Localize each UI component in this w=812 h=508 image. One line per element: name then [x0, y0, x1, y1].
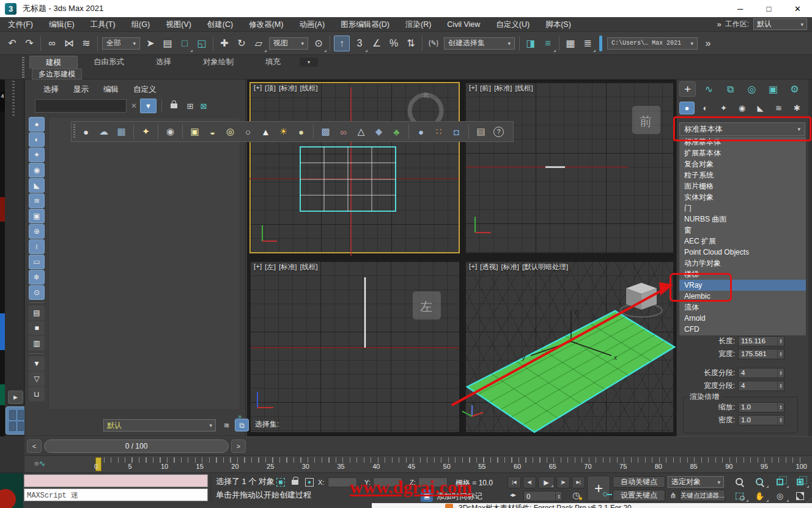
align-icon[interactable]: ≡ ▾ [539, 34, 556, 53]
open-mini-curve-editor-icon[interactable]: ≡∿ [34, 459, 46, 468]
explorer-expand-button[interactable]: ▶ [8, 390, 23, 404]
divider[interactable] [29, 353, 44, 354]
dd-point-cloud-objects[interactable]: Point Cloud Objects [679, 247, 806, 258]
viewport-label-part[interactable]: [线框] [300, 84, 317, 93]
angle-snap-icon[interactable]: ∠ ▾ [368, 34, 385, 53]
spinner-icon[interactable]: ▴▾ [777, 403, 784, 412]
select-object-icon[interactable]: ➤ ▾ [142, 34, 159, 53]
ribbon-menu-icon[interactable]: ▾ [300, 58, 318, 67]
spinner-icon[interactable]: ▴▾ [777, 337, 784, 346]
auto-key-button[interactable]: 自动关键点 [613, 476, 665, 488]
select-and-rotate-icon[interactable]: ↻ ▾ [233, 34, 250, 53]
next-frame-button[interactable]: |▶ [556, 476, 570, 488]
menu-item[interactable]: 自定义(U) [488, 17, 537, 32]
frozen-objects-icon[interactable]: ■ [29, 321, 45, 335]
resize-grip[interactable]: ⋰ [806, 498, 811, 503]
use-pivot-center-icon[interactable]: ⊙ ▾ [310, 34, 327, 53]
dd-stairs[interactable]: 楼梯 [679, 269, 806, 280]
display-bones-icon[interactable]: ≀ [29, 239, 45, 254]
close-button[interactable]: ✕ [783, 0, 812, 17]
spinner-icon[interactable]: ▴▾ [777, 416, 784, 425]
menu-overflow-icon[interactable]: » [717, 20, 720, 29]
display-visibility-icon[interactable]: ⊙ [29, 285, 45, 300]
spinner-icon[interactable]: ▴▾ [555, 491, 562, 501]
snap-toggle-3d-icon[interactable]: 3 ▾ [351, 34, 368, 53]
dock-handle[interactable] [12, 81, 15, 118]
layers-icon[interactable]: ≋ [220, 419, 234, 431]
grass-icon[interactable]: ♣ [388, 123, 405, 140]
filter-icon[interactable]: ▼ [140, 99, 157, 113]
viewport-front[interactable] [465, 82, 674, 253]
zoom-extents-all-icon[interactable] [791, 476, 810, 488]
clear-search-icon[interactable]: ✕ [131, 102, 137, 110]
dd-standard-primitives[interactable]: 标准基本体 [679, 136, 806, 148]
mirror-icon[interactable]: ◨ ▾ [522, 34, 539, 53]
sun-icon[interactable]: ☀ [275, 123, 292, 140]
explorer-preset-select[interactable]: 默认 ▾ [103, 419, 216, 431]
teapot-icon[interactable]: ● [78, 123, 94, 140]
explorer-overflow-icon[interactable]: » [238, 413, 242, 420]
select-by-name-icon[interactable]: ▤ ▾ [159, 34, 176, 53]
menu-item[interactable]: 组(G) [124, 17, 158, 32]
numeric-field[interactable]: 4 ▴▾ [738, 368, 784, 378]
explorer-menu-edit[interactable]: 编辑 [96, 83, 126, 96]
curve-editor-icon[interactable]: ▦ ▾ [562, 34, 579, 53]
sync-selection-icon[interactable]: ⊠ [197, 99, 210, 113]
dd-aec-extended[interactable]: AEC 扩展 [679, 236, 806, 247]
time-slider[interactable]: 0 / 100 [44, 439, 229, 453]
clipboard-icon[interactable]: ▤ [473, 123, 489, 140]
color-spheres-icon[interactable]: ∷ [430, 123, 447, 140]
rock-icon[interactable]: ◆ [371, 123, 387, 140]
light-icon[interactable]: ✦ [138, 123, 154, 140]
play-button[interactable]: ▶ [538, 476, 555, 488]
display-lights-icon[interactable]: ✦ [29, 148, 45, 162]
key-mode-toggle-icon[interactable]: ◀▶ [510, 493, 515, 498]
lock-selection-icon[interactable] [167, 99, 180, 113]
time-configuration-icon[interactable]: ◷ [572, 490, 580, 500]
display-containers-icon[interactable]: ▭ [29, 255, 45, 269]
vray-proxy-icon[interactable]: ◘ [448, 123, 465, 140]
sphere-light-icon[interactable]: ◎ [222, 123, 238, 140]
window-crossing-icon[interactable]: ◱ ▾ [193, 34, 210, 53]
numeric-field[interactable]: 115.116 ▴▾ [738, 336, 784, 346]
separator[interactable]: ▾ [40, 36, 41, 51]
maxscript-mini-listener[interactable]: MAXScript 迷 [24, 474, 208, 502]
viewport-top[interactable] [249, 82, 460, 253]
maxscript-output-field[interactable] [24, 474, 208, 487]
filter-settings-icon[interactable]: ▼ [29, 356, 45, 371]
viewport-label-part[interactable]: [标准] [494, 84, 512, 93]
viewport-label-part[interactable]: [+] [469, 84, 477, 93]
spinner-icon[interactable]: ▴▾ [777, 349, 784, 359]
menu-item[interactable]: 编辑(E) [41, 17, 83, 32]
menu-item[interactable]: 文件(F) [0, 17, 41, 32]
lights-category[interactable]: ✦ [716, 102, 731, 114]
select-and-move-icon[interactable]: ✚ ▾ [216, 34, 233, 53]
dome-icon[interactable]: ◒ [204, 123, 221, 140]
pan-icon[interactable]: ✋ [750, 490, 769, 502]
modify-tab[interactable]: ∿ [701, 81, 717, 97]
utilities-tab[interactable]: ⚙ [786, 81, 803, 97]
object-category-dropdown[interactable]: 标准基本体 ▾ [679, 122, 805, 136]
percent-snap-icon[interactable]: % ▾ [385, 34, 402, 53]
spinner-icon[interactable]: ▴▾ [777, 368, 784, 378]
create-tab[interactable]: + [679, 81, 696, 97]
absolute-offset-toggle-icon[interactable] [305, 478, 314, 487]
geometry-category[interactable]: ● [679, 102, 695, 114]
orbit-icon[interactable]: ◎ [770, 490, 789, 502]
viewport-label-part[interactable]: [+] [469, 263, 477, 272]
vray-sphere-icon[interactable]: ● [413, 123, 429, 140]
selection-lock-icon[interactable] [292, 480, 298, 485]
key-filters-button[interactable]: 关键点过滤器... [680, 490, 725, 501]
dd-extended-primitives[interactable]: 扩展基本体 [679, 148, 806, 159]
undo-icon[interactable]: ↶ ▾ [4, 34, 21, 53]
set-key-button[interactable]: 设置关键点 [613, 490, 665, 501]
unlink-selection-icon[interactable]: ⋈ ▾ [61, 34, 78, 53]
viewport-label-part[interactable]: [标准] [501, 263, 519, 272]
explorer-menu-select[interactable]: 选择 [36, 83, 66, 96]
list-view-icon[interactable]: ▤ [29, 305, 45, 320]
tab-populate[interactable]: 填充 [249, 56, 297, 69]
dd-vray[interactable]: VRay [679, 280, 806, 291]
tab-selection[interactable]: 选择 [140, 56, 187, 69]
panel-scrollbar[interactable] [808, 78, 812, 436]
scene-explorer-list[interactable] [48, 117, 240, 410]
